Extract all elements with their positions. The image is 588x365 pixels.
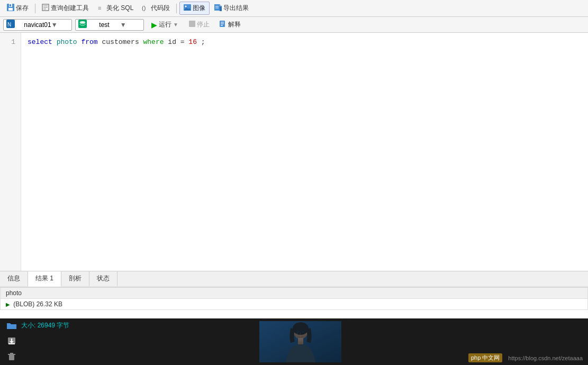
svg-rect-22 [189,21,195,27]
expand-icon[interactable]: ▶ [6,302,10,307]
save-icon [7,4,14,13]
sql-table-name: customers [102,38,139,46]
image-button[interactable]: 图像 [179,2,210,15]
result-column-header: photo [1,288,588,299]
sql-id-field: id [168,38,180,46]
sql-from-keyword: from [81,38,97,46]
explain-icon [219,20,227,29]
svg-text:≡: ≡ [98,5,101,11]
beautify-label: 美化 SQL [106,4,133,13]
svg-rect-32 [8,354,15,355]
connection-bar: N navicat01 ▼ test ▼ ▶ 运行 ▼ 停止 解释 [0,17,588,33]
editor-area: 1 select photo from customers where id =… [0,33,588,271]
image-action-buttons [3,319,21,365]
table-row: ▶ (BLOB) 26.32 KB [1,299,588,310]
sql-select-keyword: select [28,38,52,46]
php-info: php 中文网 https://blog.csdn.net/zetaaaa [468,353,583,362]
explain-label: 解释 [228,20,241,29]
code-button[interactable]: () 代码段 [138,2,174,14]
play-icon: ▶ [151,21,157,29]
svg-point-21 [80,21,85,23]
run-button[interactable]: ▶ 运行 ▼ [147,19,183,30]
tab-result[interactable]: 结果 1 [28,271,61,287]
svg-rect-3 [10,4,11,6]
save-label: 保存 [16,4,29,13]
line-numbers: 1 [0,33,21,271]
connection-select[interactable]: N navicat01 ▼ [3,19,72,31]
download-button[interactable] [7,337,16,347]
export-label: 导出结果 [223,4,249,13]
image-panel: 大小: 26949 字节 [0,318,588,365]
svg-rect-43 [259,321,341,362]
image-size-label: 大小: 26949 字节 [21,321,69,330]
query-icon [42,4,49,13]
image-label: 图像 [193,4,205,13]
sql-equals: = [180,38,189,46]
tab-info[interactable]: 信息 [0,271,28,287]
image-icon [184,4,191,12]
stop-button[interactable]: 停止 [186,19,213,30]
image-thumbnail [259,321,341,362]
divider-2 [176,4,177,13]
bottom-tabs: 信息 结果 1 剖析 状态 [0,271,588,287]
tab-profile[interactable]: 剖析 [61,271,89,287]
beautify-button[interactable]: ≡ 美化 SQL [94,2,137,14]
stop-icon [189,21,195,29]
line-number-1: 1 [4,37,15,48]
sql-semicolon: ; [201,38,205,46]
svg-point-11 [185,6,187,7]
database-icon [78,20,99,30]
export-icon [214,4,222,13]
result-area: photo ▶ (BLOB) 26.32 KB [0,287,588,318]
code-label: 代码段 [151,4,170,13]
navicat-icon: N [6,20,24,30]
stop-label: 停止 [197,20,210,29]
svg-text:(): () [142,5,146,11]
save-button[interactable]: 保存 [3,2,32,14]
toolbar: 保存 查询创建工具 ≡ 美化 SQL () 代码段 图像 导出结果 [0,0,588,17]
connection-name: navicat01 [24,21,51,29]
result-table: photo ▶ (BLOB) 26.32 KB [0,287,588,310]
code-editor[interactable]: select photo from customers where id = 1… [21,33,588,271]
divider-1 [35,4,35,13]
svg-text:N: N [7,22,11,28]
sql-where-keyword: where [143,38,164,46]
code-icon: () [142,4,149,13]
query-builder-button[interactable]: 查询创建工具 [38,2,93,14]
database-name: test [99,21,120,29]
run-label: 运行 [159,20,171,29]
sql-field-name: photo [57,38,77,46]
delete-button[interactable] [7,352,16,362]
svg-rect-13 [214,4,220,11]
blob-value: (BLOB) 26.32 KB [13,300,62,308]
run-dropdown-arrow: ▼ [173,22,178,28]
beautify-icon: ≡ [97,4,105,13]
sql-value: 16 [188,38,197,46]
php-badge: php 中文网 [468,353,502,362]
database-select[interactable]: test ▼ [75,19,144,31]
tab-status[interactable]: 状态 [89,271,117,287]
folder-button[interactable] [7,322,16,332]
result-cell[interactable]: ▶ (BLOB) 26.32 KB [1,299,588,310]
svg-rect-31 [9,355,14,360]
database-dropdown-arrow: ▼ [120,21,141,29]
status-url: https://blog.csdn.net/zetaaaa [508,355,583,361]
svg-rect-33 [10,353,13,354]
connection-dropdown-arrow: ▼ [51,21,69,29]
export-button[interactable]: 导出结果 [211,2,252,14]
svg-marker-15 [220,4,222,6]
query-builder-label: 查询创建工具 [51,4,89,13]
svg-rect-1 [8,8,13,11]
explain-button[interactable]: 解释 [216,19,244,30]
